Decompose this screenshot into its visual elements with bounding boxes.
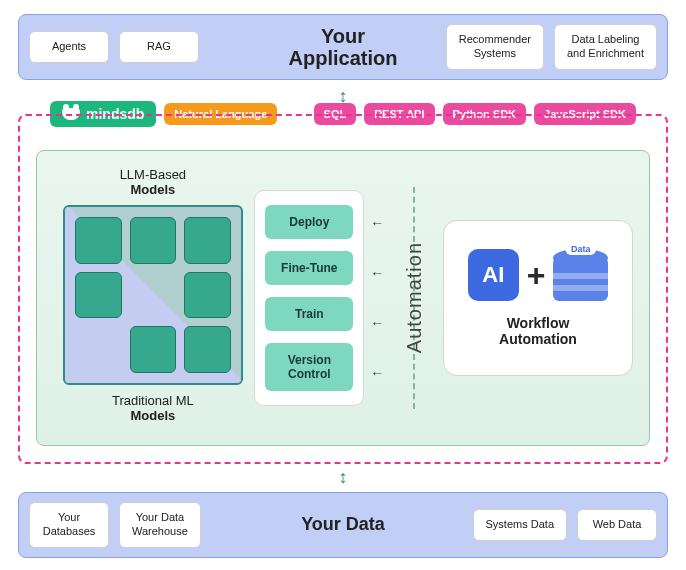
app-chip-labeling: Data Labelingand Enrichment — [554, 24, 657, 70]
models-grid-icon — [63, 205, 243, 385]
platform-frame: LLM-Based Models Traditional ML Models D… — [18, 114, 668, 464]
automation-divider: Automation — [386, 167, 443, 429]
data-band-title: Your Data — [301, 515, 385, 535]
arrow-left-icon: ← — [370, 315, 384, 331]
op-deploy: Deploy — [265, 205, 353, 239]
platform-inner: LLM-Based Models Traditional ML Models D… — [36, 150, 650, 446]
application-band: Agents RAG YourApplication RecommenderSy… — [18, 14, 668, 80]
arrow-left-icon: ← — [370, 215, 384, 231]
op-train: Train — [265, 297, 353, 331]
app-chip-recommender: RecommenderSystems — [446, 24, 544, 70]
data-chip-databases: YourDatabases — [29, 502, 109, 548]
arrow-left-icon: ← — [370, 265, 384, 281]
app-band-title: YourApplication — [289, 25, 398, 69]
models-sub-prefix: Traditional ML — [112, 393, 194, 408]
workflow-title: Workflow Automation — [468, 315, 608, 347]
link-arrow-bottom: ↕ — [339, 467, 348, 488]
ops-arrows: ← ← ← ← — [370, 198, 384, 398]
workflow-column: AI + Data Workflow Automation — [443, 167, 633, 429]
plus-icon: + — [527, 257, 546, 294]
app-chip-rag: RAG — [119, 31, 199, 63]
data-chip-web: Web Data — [577, 509, 657, 541]
ai-badge-icon: AI — [468, 249, 519, 301]
data-band: YourDatabases Your DataWarehouse Your Da… — [18, 492, 668, 558]
models-heading-bold: Models — [130, 182, 175, 197]
models-subheading: Traditional ML Models — [112, 393, 194, 423]
app-chip-agents: Agents — [29, 31, 109, 63]
data-tag: Data — [565, 243, 597, 255]
data-chip-warehouse: Your DataWarehouse — [119, 502, 201, 548]
automation-label: Automation — [403, 242, 426, 353]
ops-column: Deploy Fine-Tune Train Version Control ←… — [253, 167, 386, 429]
models-sub-bold: Models — [130, 408, 175, 423]
data-chip-systems: Systems Data — [473, 509, 567, 541]
models-heading: LLM-Based Models — [120, 167, 186, 197]
arrow-left-icon: ← — [370, 365, 384, 381]
models-column: LLM-Based Models Traditional ML Models — [53, 167, 253, 429]
ops-card: Deploy Fine-Tune Train Version Control — [254, 190, 364, 406]
database-icon: Data — [553, 249, 608, 301]
link-arrow-top: ↕ — [339, 86, 348, 107]
models-heading-prefix: LLM-Based — [120, 167, 186, 182]
op-version-control: Version Control — [265, 343, 353, 391]
workflow-card: AI + Data Workflow Automation — [443, 220, 633, 376]
op-finetune: Fine-Tune — [265, 251, 353, 285]
